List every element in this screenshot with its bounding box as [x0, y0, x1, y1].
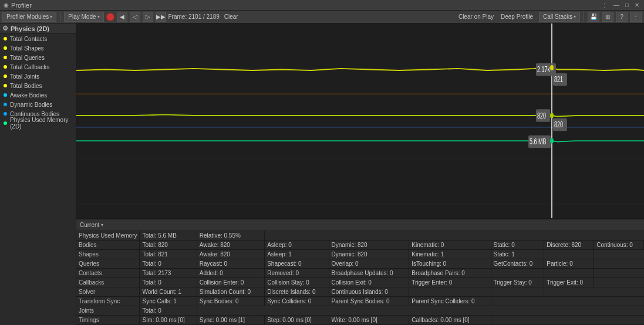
table-row: QueriesTotal: 0Raycast: 0Shapecast: 0Ove…: [76, 259, 644, 269]
cell-3-5: GetContacts: 0: [491, 259, 544, 269]
cell-7-3: Parent Sync Bodies: 0: [329, 297, 409, 306]
cell-7-4: Parent Sync Colliders: 0: [409, 297, 491, 306]
cell-2-5: Static: 1: [491, 250, 544, 259]
cell-3-1: Raycast: 0: [197, 259, 264, 269]
sidebar-item-3[interactable]: Total Callbacks: [0, 62, 76, 72]
cell-5-0: Total: 0: [140, 278, 197, 287]
deep-profile-label[interactable]: Deep Profile: [501, 13, 533, 20]
bottom-panel: Current ▾ Physics Used MemoryTotal: 5.6 …: [76, 218, 644, 326]
more-icon-button[interactable]: ⋮: [630, 12, 642, 22]
svg-point-12: [550, 65, 554, 70]
frame-label: Frame: 2101 / 2189: [168, 13, 220, 20]
sidebar-item-1[interactable]: Total Shapes: [0, 43, 76, 53]
cell-2-6: [544, 250, 594, 259]
clear-on-play-label[interactable]: Clear on Play: [458, 13, 494, 20]
chevron-down-icon-2: ▾: [97, 14, 100, 19]
cell-2-2: Asleep: 1: [265, 250, 329, 259]
cell-1-2: Asleep: 0: [265, 241, 329, 250]
prev-step-button[interactable]: ◁: [130, 12, 140, 22]
cell-1-4: Kinematic: 0: [409, 241, 491, 250]
chart-area[interactable]: 2.17k 821 820 820 5.6 MB Curr: [76, 23, 644, 325]
next-frame-button[interactable]: ▶▶: [156, 12, 166, 22]
item-dot: [4, 65, 7, 69]
item-label: Total Queries: [10, 55, 45, 61]
item-dot: [4, 75, 7, 78]
sidebar-item-6[interactable]: Awake Bodies: [0, 90, 76, 100]
sidebar-item-2[interactable]: Total Queries: [0, 53, 76, 62]
close-button[interactable]: ✕: [633, 2, 640, 8]
item-dot: [4, 121, 7, 125]
cell-6-3: Continuous Islands: 0: [329, 287, 409, 297]
title-bar-right: ⋮ — □ ✕: [601, 2, 640, 8]
svg-text:5.6 MB: 5.6 MB: [530, 137, 547, 145]
current-bar: Current ▾: [76, 219, 644, 231]
item-label: Total Contacts: [10, 36, 47, 42]
more-options-icon[interactable]: ⋮: [601, 2, 609, 8]
layout-icon-button[interactable]: ⊞: [602, 12, 613, 22]
cell-7-2: Sync Colliders: 0: [265, 297, 329, 306]
cell-4-5: [491, 269, 544, 278]
row-name: Callbacks: [76, 278, 140, 287]
window-title: Profiler: [11, 2, 32, 9]
item-label: Awake Bodies: [10, 92, 47, 99]
help-icon-button[interactable]: ?: [616, 12, 628, 22]
item-label: Physics Used Memory (2D): [10, 117, 71, 130]
cell-5-6: Trigger Exit: 0: [544, 278, 594, 287]
chevron-down-icon: ▾: [50, 14, 52, 19]
item-label: Total Shapes: [10, 45, 44, 52]
call-stacks-button[interactable]: Call Stacks ▾: [539, 12, 580, 22]
cell-6-5: [491, 287, 544, 297]
table-row: CallbacksTotal: 0Collision Enter: 0Colli…: [76, 278, 644, 287]
cell-6-0: World Count: 1: [140, 287, 197, 297]
table-row: Transform SyncSync Calls: 1Sync Bodies: …: [76, 297, 644, 306]
clear-button[interactable]: Clear: [222, 13, 241, 21]
svg-text:820: 820: [554, 120, 563, 128]
sidebar-items-container: Total ContactsTotal ShapesTotal QueriesT…: [0, 34, 76, 128]
cell-5-1: Collision Enter: 0: [197, 278, 264, 287]
record-button[interactable]: [106, 13, 114, 21]
prev-frame-button[interactable]: ◀: [117, 12, 127, 22]
cell-3-3: Overlap: 0: [329, 259, 409, 269]
save-icon-button[interactable]: 💾: [588, 12, 599, 22]
cell-4-4: Broadphase Pairs: 0: [409, 269, 491, 278]
sidebar-item-5[interactable]: Total Bodies: [0, 81, 76, 90]
row-name: Timings: [76, 316, 140, 325]
play-mode-label: Play Mode: [68, 13, 96, 20]
current-dropdown[interactable]: Current ▾: [80, 222, 103, 228]
cell-3-2: Shapecast: 0: [265, 259, 329, 269]
minimize-button[interactable]: —: [612, 2, 621, 8]
row-name: Transform Sync: [76, 297, 140, 306]
cell-4-2: Removed: 0: [265, 269, 329, 278]
sidebar-item-7[interactable]: Dynamic Bodies: [0, 100, 76, 109]
sidebar: ⚙ Physics (2D) Total ContactsTotal Shape…: [0, 23, 76, 325]
item-label: Dynamic Bodies: [10, 101, 52, 108]
row-name: Physics Used Memory: [76, 231, 140, 241]
item-dot: [4, 103, 7, 106]
table-row: Physics Used MemoryTotal: 5.6 MBRelative…: [76, 231, 644, 241]
cell-9-1: Sync: 0.00 ms [1]: [197, 316, 264, 325]
cell-1-3: Dynamic: 820: [329, 241, 409, 250]
profiler-icon: ◉: [4, 2, 9, 8]
next-step-button[interactable]: ▷: [143, 12, 153, 22]
cell-0-0: Total: 5.6 MB: [140, 231, 197, 241]
row-name: Shapes: [76, 250, 140, 259]
maximize-button[interactable]: □: [624, 2, 630, 8]
chevron-down-icon-3: ▾: [574, 14, 576, 19]
cell-1-7: Continuous: 0: [594, 241, 644, 250]
row-name: Joints: [76, 306, 140, 316]
cell-0-1: Relative: 0.55%: [197, 231, 264, 241]
profiler-modules-button[interactable]: Profiler Modules ▾: [2, 12, 56, 22]
profiler-modules-label: Profiler Modules: [6, 13, 49, 20]
current-label: Current: [80, 222, 99, 228]
cell-9-0: Sim: 0.00 ms [0]: [140, 316, 197, 325]
cell-4-3: Broadphase Updates: 0: [329, 269, 409, 278]
play-mode-button[interactable]: Play Mode ▾: [64, 12, 103, 22]
item-dot: [4, 112, 7, 116]
cell-3-4: IsTouching: 0: [409, 259, 491, 269]
table-row: TimingsSim: 0.00 ms [0]Sync: 0.00 ms [1]…: [76, 316, 644, 325]
row-name: Queries: [76, 259, 140, 269]
sidebar-item-0[interactable]: Total Contacts: [0, 34, 76, 43]
sidebar-item-9[interactable]: Physics Used Memory (2D): [0, 119, 76, 128]
sidebar-item-4[interactable]: Total Joints: [0, 72, 76, 81]
item-label: Total Joints: [10, 73, 39, 80]
